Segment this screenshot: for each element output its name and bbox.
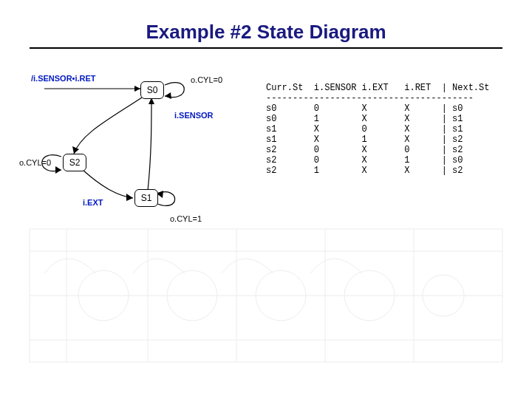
svg-marker-14 bbox=[134, 86, 140, 92]
svg-marker-17 bbox=[55, 166, 61, 174]
svg-marker-16 bbox=[72, 146, 79, 154]
page-title: Example #2 State Diagram bbox=[0, 21, 532, 44]
title-underline bbox=[30, 47, 502, 49]
svg-marker-15 bbox=[165, 92, 171, 99]
svg-point-6 bbox=[423, 275, 464, 316]
state-transition-table: Curr.St i.SENSOR i.EXT i.RET | Next.St -… bbox=[266, 83, 489, 176]
svg-point-5 bbox=[344, 270, 395, 321]
state-s0: S0 bbox=[140, 81, 164, 99]
svg-point-2 bbox=[78, 270, 129, 321]
svg-point-4 bbox=[256, 270, 306, 321]
label-initial: /i.SENSOR•i.RET bbox=[31, 74, 96, 83]
svg-point-3 bbox=[167, 270, 217, 321]
label-s2-self: o.CYL=0 bbox=[19, 158, 51, 167]
state-s1: S1 bbox=[134, 189, 158, 207]
label-s1-self: o.CYL=1 bbox=[170, 214, 202, 223]
label-s2-to-s1: i.EXT bbox=[83, 198, 103, 207]
svg-marker-18 bbox=[126, 194, 133, 201]
label-s0-to-s2: i.SENSOR bbox=[174, 111, 214, 120]
state-s2: S2 bbox=[63, 154, 86, 171]
label-s0-self: o.CYL=0 bbox=[191, 75, 222, 84]
state-diagram: S0 S2 S1 /i.SENSOR•i.RET o.CYL=0 i.SENSO… bbox=[30, 66, 251, 251]
